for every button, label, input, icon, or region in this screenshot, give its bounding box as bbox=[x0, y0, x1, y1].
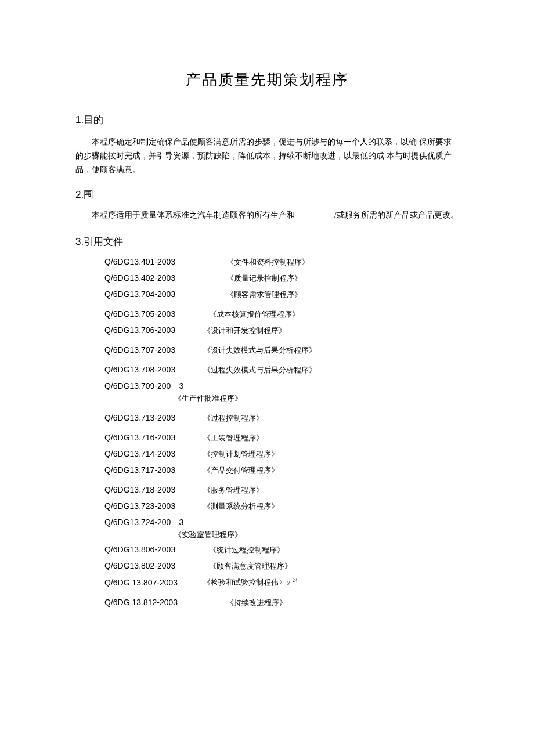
ref-code: Q/6DG13.716-2003 bbox=[104, 433, 203, 442]
section-2-text: .围 bbox=[81, 189, 93, 200]
ref-row: Q/6DG13.401-2003 《文件和资料控制程序》 bbox=[104, 257, 459, 267]
ref-code: Q/6DG 13.807-2003 bbox=[104, 578, 203, 587]
scope-right: /或服务所需的新产品或产品更改。 bbox=[334, 210, 459, 220]
ref-code: Q/6DG13.802-2003 bbox=[104, 561, 203, 570]
section-3-text: .引用文件 bbox=[81, 236, 123, 247]
ref-name: 《质量记录控制程序》 bbox=[203, 273, 302, 284]
section-2-heading: 2.围 bbox=[75, 188, 459, 201]
ref-row: Q/6DG13.806-2003 《统计过程控制程序》 bbox=[104, 545, 459, 555]
ref-name: 《顾客需求管理程序》 bbox=[203, 290, 302, 300]
ref-row: Q/6DG13.724-200 3 《实验室管理程序》 bbox=[104, 518, 459, 540]
ref-name: 《顾客满意度管理程序》 bbox=[203, 561, 292, 571]
ref-code: Q/6DG13.724-200 3 bbox=[104, 518, 203, 527]
ref-row: Q/6DG13.714-2003 《控制计划管理程序》 bbox=[104, 449, 459, 460]
doc-title: 产品质量先期策划程序 bbox=[75, 70, 459, 90]
ref-code: Q/6DG13.723-2003 bbox=[104, 501, 203, 511]
ref-name: 《设计和开发控制程序》 bbox=[203, 325, 286, 336]
ref-row: Q/6DG13.718-2003 《服务管理程序》 bbox=[104, 485, 459, 495]
ref-row: Q/6DG13.802-2003 《顾客满意度管理程序》 bbox=[104, 561, 459, 571]
ref-name: 《控制计划管理程序》 bbox=[203, 449, 279, 460]
ref-name: 《过程控制程序》 bbox=[203, 413, 264, 424]
ref-code: Q/6DG13.704-2003 bbox=[104, 290, 203, 299]
ref-code: Q/6DG13.713-2003 bbox=[104, 413, 203, 422]
ref-row: Q/6DG13.717-2003 《产品交付管理程序》 bbox=[104, 465, 459, 476]
ref-name: 《持续改进程序》 bbox=[203, 598, 287, 608]
ref-code: Q/6DG13.705-2003 bbox=[104, 309, 203, 319]
ref-name: 《测量系统分析程序》 bbox=[203, 501, 279, 512]
ref-row: Q/6DG13.723-2003 《测量系统分析程序》 bbox=[104, 501, 459, 512]
ref-code: Q/6DG13.806-2003 bbox=[104, 545, 203, 554]
ref-code: Q/6DG 13.812-2003 bbox=[104, 598, 203, 607]
ref-row: Q/6DG13.704-2003 《顾客需求管理程序》 bbox=[104, 290, 459, 300]
section-1-para: 本程序确定和制定确保产品使顾客满意所需的步骤，促进与所涉与的每一个人的联系，以确… bbox=[75, 135, 459, 176]
reference-list: Q/6DG13.401-2003 《文件和资料控制程序》 Q/6DG13.402… bbox=[75, 257, 459, 607]
ref-code: Q/6DG13.708-2003 bbox=[104, 365, 203, 374]
ref-row: Q/6DG13.716-2003 《工装管理程序》 bbox=[104, 433, 459, 443]
ref-code: Q/6DG13.707-2003 bbox=[104, 345, 203, 355]
ref-name: 《服务管理程序》 bbox=[203, 485, 264, 495]
ref-name: 《工装管理程序》 bbox=[203, 433, 264, 443]
ref-row: Q/6DG13.708-2003 《过程失效模式与后果分析程序》 bbox=[104, 365, 459, 375]
ref-name: 《文件和资料控制程序》 bbox=[203, 257, 309, 267]
ref-code: Q/6DG13.706-2003 bbox=[104, 325, 203, 335]
ref-row: Q/6DG13.705-2003 《成本核算报价管理程序》 bbox=[104, 309, 459, 320]
ref-row: Q/6DG 13.807-2003 《检验和试验控制程伟〉:/ 24 bbox=[104, 577, 459, 588]
ref-name: 《检验和试验控制程伟〉:/ 24 bbox=[203, 577, 297, 588]
ref-code: Q/6DG13.402-2003 bbox=[104, 273, 203, 283]
ref-row: Q/6DG 13.812-2003 《持续改进程序》 bbox=[104, 598, 459, 608]
section-1-text: .目的 bbox=[81, 114, 103, 125]
ref-row: Q/6DG13.709-200 3 《生产件批准程序》 bbox=[104, 381, 459, 404]
ref-code: Q/6DG13.714-2003 bbox=[104, 449, 203, 458]
ref-code: Q/6DG13.717-2003 bbox=[104, 465, 203, 475]
section-3-heading: 3.引用文件 bbox=[75, 235, 459, 248]
ref-name: 《产品交付管理程序》 bbox=[203, 465, 279, 476]
ref-name: 《设计失效模式与后果分析程序》 bbox=[203, 345, 316, 356]
scope-left: 本程序适用于质量体系标准之汽车制造顾客的所有生产和 bbox=[92, 210, 295, 220]
section-1-heading: 1.目的 bbox=[75, 113, 459, 126]
ref-row: Q/6DG13.706-2003 《设计和开发控制程序》 bbox=[104, 325, 459, 336]
ref-row: Q/6DG13.707-2003 《设计失效模式与后果分析程序》 bbox=[104, 345, 459, 356]
ref-name: 《生产件批准程序》 bbox=[174, 393, 459, 404]
ref-name: 《实验室管理程序》 bbox=[174, 530, 459, 540]
ref-name: 《成本核算报价管理程序》 bbox=[203, 309, 300, 320]
ref-code: Q/6DG13.718-2003 bbox=[104, 485, 203, 494]
ref-row: Q/6DG13.402-2003 《质量记录控制程序》 bbox=[104, 273, 459, 284]
section-2-para: 本程序适用于质量体系标准之汽车制造顾客的所有生产和 /或服务所需的新产品或产品更… bbox=[75, 210, 459, 220]
ref-code: Q/6DG13.709-200 3 bbox=[104, 381, 203, 390]
ref-row: Q/6DG13.713-2003 《过程控制程序》 bbox=[104, 413, 459, 424]
ref-code: Q/6DG13.401-2003 bbox=[104, 257, 203, 266]
ref-name: 《过程失效模式与后果分析程序》 bbox=[203, 365, 316, 375]
ref-name: 《统计过程控制程序》 bbox=[203, 545, 284, 555]
